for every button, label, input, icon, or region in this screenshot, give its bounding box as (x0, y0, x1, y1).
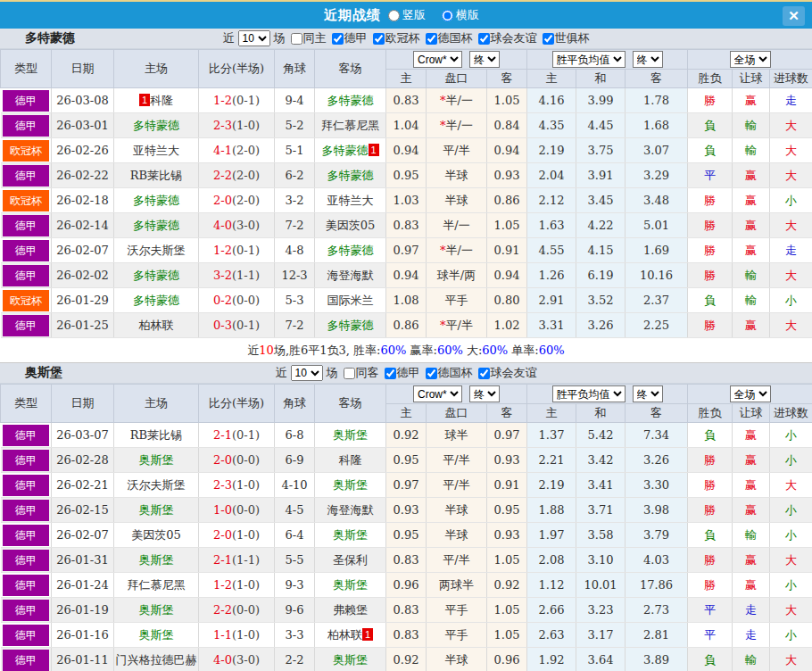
avg-home-cell: 4.55 (527, 238, 576, 263)
avg-draw-cell: 3.75 (576, 138, 626, 163)
odds-final-select[interactable]: 终 (469, 51, 500, 68)
league-filter-3-label: 球会友谊 (491, 30, 537, 46)
league-filter-2[interactable]: 德国杯 (426, 30, 473, 46)
corners-cell: 5-1 (275, 138, 315, 163)
result-goals-cell: 大 (770, 548, 812, 573)
result-handicap-cell: 赢 (733, 313, 770, 338)
league-filter-0[interactable]: 德甲 (385, 365, 420, 381)
close-icon[interactable]: ✕ (783, 6, 805, 26)
avg-home-cell: 1.26 (527, 263, 576, 288)
score-cell: 0-2(0-0) (199, 288, 275, 313)
team-name: 奥斯堡 (139, 628, 174, 642)
league-filter-3[interactable]: 球会友谊 (478, 30, 537, 46)
result-goals-cell: 小 (770, 288, 812, 313)
radio-vertical-label[interactable]: 竖版 (402, 7, 426, 23)
league-filter-0-checkbox[interactable] (385, 368, 396, 379)
full-time-score: 1-2 (213, 578, 232, 592)
handicap-cell: 半球 (427, 163, 487, 188)
full-time-score: 2-2 (213, 603, 232, 617)
same-side-filter[interactable]: 同客 (344, 365, 379, 381)
full-match-select[interactable]: 全场 (730, 385, 771, 402)
league-filter-0-checkbox[interactable] (332, 33, 344, 45)
type-cell: 德甲 (1, 548, 52, 573)
team-name: 奥斯堡 (139, 553, 174, 567)
avg-draw-cell: 3.10 (576, 548, 626, 573)
team-name: 科隆 (339, 453, 362, 467)
team-name: 柏林联 (139, 319, 174, 332)
half-time-score: (0-0) (232, 453, 260, 467)
away-odds-cell: 0.97 (487, 423, 527, 448)
team-cell: 奥斯堡 (114, 598, 199, 623)
handicap-cell: 半球 (427, 648, 487, 671)
same-side-filter-checkbox[interactable] (344, 368, 355, 379)
league-filter-1-checkbox[interactable] (426, 368, 437, 379)
type-badge: 德甲 (3, 575, 50, 596)
team-name: 圣保利 (333, 553, 368, 567)
league-filter-3-checkbox[interactable] (478, 33, 490, 45)
away-odds-cell: 0.92 (487, 573, 527, 598)
radio-vertical-layout[interactable] (388, 10, 400, 21)
col-header-2: 主场 (114, 385, 199, 423)
avg-odds-select[interactable]: 胜平负均值 (552, 51, 626, 68)
result-handicap-cell: 赢 (733, 163, 770, 188)
sub-header-7: 让球 (733, 70, 770, 88)
table-row: 德甲26-02-14多特蒙德4-0(3-0)7-2美因茨050.83半/一1.0… (1, 213, 812, 238)
away-odds-cell: 0.84 (487, 113, 527, 138)
team-cell: 沃尔夫斯堡 (114, 473, 199, 498)
league-filter-0[interactable]: 德甲 (332, 30, 368, 46)
avg-draw-cell: 4.15 (576, 238, 626, 263)
type-cell: 德甲 (1, 113, 52, 138)
avg-group-header: 胜平负均值终 (527, 385, 688, 404)
league-filter-2-checkbox[interactable] (426, 33, 437, 45)
result-wdl-cell: 負 (688, 288, 733, 313)
result-goals-cell: 小 (770, 623, 812, 648)
col-header-5: 客场 (315, 385, 386, 423)
league-filter-4-checkbox[interactable] (543, 33, 554, 45)
result-goals-cell: 大 (770, 213, 812, 238)
avg-odds-select[interactable]: 胜平负均值 (552, 385, 626, 402)
type-badge: 德甲 (3, 115, 50, 137)
full-time-score: 1-1 (213, 628, 232, 642)
league-filter-1[interactable]: 欧冠杯 (373, 30, 420, 46)
radio-horizontal-layout[interactable] (442, 10, 453, 21)
result-goals-cell: 走 (770, 238, 812, 263)
league-filter-1-checkbox[interactable] (373, 33, 385, 45)
team-cell: RB莱比锡 (114, 423, 199, 448)
team-cell: 1科隆 (114, 88, 199, 113)
team-name: 奥斯堡 (333, 578, 368, 592)
league-filter-2[interactable]: 球会友谊 (478, 365, 537, 381)
table-row: 德甲26-02-15奥斯堡1-0(0-0)4-5海登海默0.93半球0.951.… (1, 498, 812, 523)
league-filter-2-checkbox[interactable] (478, 368, 490, 379)
odds-source-select[interactable]: Crow* (413, 385, 462, 402)
sub-header-3: 主 (527, 404, 576, 423)
half-time-score: (2-0) (232, 144, 260, 157)
home-odds-cell: 0.95 (386, 163, 427, 188)
result-wdl-cell: 勝 (688, 263, 733, 288)
avg-home-cell: 2.21 (527, 448, 576, 473)
sub-header-6: 胜负 (688, 404, 733, 423)
result-wdl-cell: 負 (688, 113, 733, 138)
type-badge: 德甲 (3, 625, 50, 646)
odds-final-select[interactable]: 终 (469, 385, 500, 402)
result-wdl-cell: 勝 (688, 213, 733, 238)
team-name: 国际米兰 (327, 294, 374, 307)
team-cell: 多特蒙德1 (315, 138, 386, 163)
team-cell: 美因茨05 (315, 213, 386, 238)
full-match-select[interactable]: 全场 (730, 51, 771, 68)
same-side-filter[interactable]: 同主 (291, 30, 327, 46)
games-count-select[interactable]: 10 (291, 365, 323, 381)
same-side-filter-checkbox[interactable] (291, 33, 302, 45)
avg-final-select[interactable]: 终 (633, 51, 663, 68)
games-label: 场 (274, 30, 286, 46)
league-filter-1[interactable]: 德国杯 (426, 365, 473, 381)
avg-home-cell: 2.04 (527, 163, 576, 188)
col-header-5: 客场 (315, 50, 386, 88)
radio-horizontal-label[interactable]: 横版 (456, 7, 479, 23)
summary-segment: 大: (463, 344, 483, 357)
league-filter-4[interactable]: 世俱杯 (543, 30, 590, 46)
games-count-select[interactable]: 10 (238, 30, 270, 46)
odds-source-select[interactable]: Crow* (413, 51, 462, 68)
avg-final-select[interactable]: 终 (633, 385, 663, 402)
home-odds-cell: 0.86 (386, 313, 427, 338)
team-cell: 奥斯堡 (114, 448, 199, 473)
